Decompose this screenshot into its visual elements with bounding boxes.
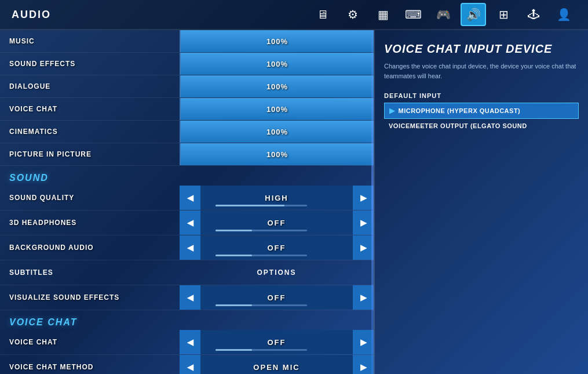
headphones-prev-btn[interactable]: ◀ xyxy=(180,210,200,235)
bg-audio-prev-btn[interactable]: ◀ xyxy=(180,235,200,260)
vc-toggle-next-btn[interactable]: ▶ xyxy=(353,330,374,354)
sound-effects-row: SOUND EFFECTS 100% xyxy=(0,53,374,75)
right-panel-title: VOICE CHAT INPUT DEVICE xyxy=(384,42,579,56)
vc-method-value: OPEN MIC xyxy=(253,363,300,372)
dialogue-label: DIALOGUE xyxy=(0,78,180,95)
headphones-progress-fill xyxy=(216,230,252,231)
pip-bar[interactable]: 100% xyxy=(180,143,374,165)
sound-quality-next-btn[interactable]: ▶ xyxy=(353,186,374,210)
vc-toggle-value: OFF xyxy=(268,338,286,347)
sound-quality-prev-btn[interactable]: ◀ xyxy=(180,186,200,210)
sound-quality-progress-fill xyxy=(216,205,284,206)
right-panel-description: Changes the voice chat input device, the… xyxy=(384,61,579,81)
headphones-row: 3D HEADPHONES ◀ OFF ▶ xyxy=(0,210,374,235)
sound-effects-bar[interactable]: 100% xyxy=(180,53,374,75)
pip-label: PICTURE IN PICTURE xyxy=(0,146,180,163)
visualize-control: ◀ OFF ▶ xyxy=(180,285,374,310)
controller-icon-btn[interactable]: 🎮 xyxy=(430,3,456,26)
voice-chat-vol-value: 100% xyxy=(266,105,288,114)
bg-audio-value: OFF xyxy=(268,244,286,252)
vc-toggle-progress-fill xyxy=(216,349,252,351)
sound-section-header: SOUND xyxy=(0,166,374,186)
vc-toggle-label: VOICE CHAT xyxy=(0,333,180,351)
dialogue-value: 100% xyxy=(266,82,288,91)
device-microphone-item[interactable]: ▶ MICROPHONE (HYPERX QUADCAST) xyxy=(384,103,579,119)
sound-quality-label: SOUND QUALITY xyxy=(0,189,180,206)
visualize-next-btn[interactable]: ▶ xyxy=(353,285,374,310)
gear-icon-btn[interactable]: ⚙ xyxy=(340,3,366,26)
visualize-progress-bar xyxy=(216,304,307,306)
subtitles-label: SUBTITLES xyxy=(0,264,180,281)
music-value: 100% xyxy=(266,37,288,46)
headphones-label: 3D HEADPHONES xyxy=(0,214,180,231)
bg-audio-label: BACKGROUND AUDIO xyxy=(0,239,180,256)
vc-toggle-progress-bar xyxy=(216,349,307,351)
vc-method-prev-btn[interactable]: ◀ xyxy=(180,355,200,374)
bg-audio-progress-bar xyxy=(216,255,307,256)
dialogue-row: DIALOGUE 100% xyxy=(0,75,374,98)
sound-quality-progress-bar xyxy=(216,205,307,206)
main-layout: MUSIC 100% SOUND EFFECTS 100% DIALOGUE 1… xyxy=(0,30,588,374)
vc-method-label: VOICE CHAT METHOD xyxy=(0,358,180,374)
visualize-progress-fill xyxy=(216,304,252,306)
right-panel-section-label: DEFAULT INPUT xyxy=(384,92,579,99)
network-icon-btn[interactable]: ⊞ xyxy=(491,3,516,26)
sound-effects-value: 100% xyxy=(266,60,288,68)
dialogue-bar[interactable]: 100% xyxy=(180,75,374,97)
device-voicemeeter-item[interactable]: VOICEMEETER OUTPUT (ELGATO SOUND xyxy=(384,119,579,133)
vc-method-next-btn[interactable]: ▶ xyxy=(353,355,374,374)
account-icon-btn[interactable]: 👤 xyxy=(551,3,576,26)
headphones-next-btn[interactable]: ▶ xyxy=(353,210,374,235)
visualize-value-container: OFF xyxy=(200,285,353,310)
visualize-label: VISUALIZE SOUND EFFECTS xyxy=(0,289,180,306)
right-panel: VOICE CHAT INPUT DEVICE Changes the voic… xyxy=(374,30,588,374)
sound-quality-value: HIGH xyxy=(265,194,288,202)
bg-audio-value-container: OFF xyxy=(200,235,353,260)
music-label: MUSIC xyxy=(0,32,180,50)
page-title: AUDIO xyxy=(12,9,51,21)
music-row: MUSIC 100% xyxy=(0,30,374,53)
bg-audio-row: BACKGROUND AUDIO ◀ OFF ▶ xyxy=(0,235,374,260)
vc-toggle-row: VOICE CHAT ◀ OFF ▶ xyxy=(0,330,374,355)
scroll-divider xyxy=(371,30,374,374)
monitor-icon-btn[interactable]: 🖥 xyxy=(310,3,335,26)
vc-method-control: ◀ OPEN MIC ▶ xyxy=(180,355,374,374)
top-nav: AUDIO 🖥 ⚙ ▦ ⌨ 🎮 🔊 ⊞ 🕹 👤 xyxy=(0,0,588,30)
selected-arrow-icon: ▶ xyxy=(389,107,395,115)
audio-icon-btn[interactable]: 🔊 xyxy=(461,3,486,26)
bg-audio-progress-fill xyxy=(216,255,252,256)
headphones-value: OFF xyxy=(268,219,286,227)
cinematics-label: CINEMATICS xyxy=(0,123,180,140)
bg-audio-control: ◀ OFF ▶ xyxy=(180,235,374,260)
cinematics-value: 100% xyxy=(266,128,288,136)
vc-method-row: VOICE CHAT METHOD ◀ OPEN MIC ▶ xyxy=(0,355,374,374)
voice-chat-section-header: VOICE CHAT xyxy=(0,310,374,330)
display-icon-btn[interactable]: ▦ xyxy=(370,3,396,26)
vc-toggle-control: ◀ OFF ▶ xyxy=(180,330,374,354)
keyboard-icon-btn[interactable]: ⌨ xyxy=(400,3,426,26)
visualize-value: OFF xyxy=(268,293,286,302)
cinematics-bar[interactable]: 100% xyxy=(180,121,374,143)
device-microphone-name: MICROPHONE (HYPERX QUADCAST) xyxy=(399,107,521,114)
vc-method-value-container: OPEN MIC xyxy=(200,355,353,374)
subtitles-options-btn[interactable]: OPTIONS xyxy=(180,260,374,285)
visualize-prev-btn[interactable]: ◀ xyxy=(180,285,200,310)
gamepad-icon-btn[interactable]: 🕹 xyxy=(521,3,546,26)
cinematics-row: CINEMATICS 100% xyxy=(0,121,374,143)
bg-audio-next-btn[interactable]: ▶ xyxy=(353,235,374,260)
nav-icons: 🖥 ⚙ ▦ ⌨ 🎮 🔊 ⊞ 🕹 👤 xyxy=(310,3,576,26)
headphones-value-container: OFF xyxy=(200,210,353,235)
voice-chat-vol-bar[interactable]: 100% xyxy=(180,98,374,120)
sound-quality-row: SOUND QUALITY ◀ HIGH ▶ xyxy=(0,186,374,210)
visualize-row: VISUALIZE SOUND EFFECTS ◀ OFF ▶ xyxy=(0,285,374,310)
device-voicemeeter-name: VOICEMEETER OUTPUT (ELGATO SOUND xyxy=(389,122,527,129)
left-panel: MUSIC 100% SOUND EFFECTS 100% DIALOGUE 1… xyxy=(0,30,374,374)
pip-value: 100% xyxy=(266,150,288,159)
pip-row: PICTURE IN PICTURE 100% xyxy=(0,143,374,166)
music-bar[interactable]: 100% xyxy=(180,30,374,52)
vc-toggle-value-container: OFF xyxy=(200,330,353,354)
vc-toggle-prev-btn[interactable]: ◀ xyxy=(180,330,200,354)
sound-quality-value-container: HIGH xyxy=(200,186,353,210)
subtitles-row: SUBTITLES OPTIONS xyxy=(0,260,374,285)
headphones-progress-bar xyxy=(216,230,307,231)
